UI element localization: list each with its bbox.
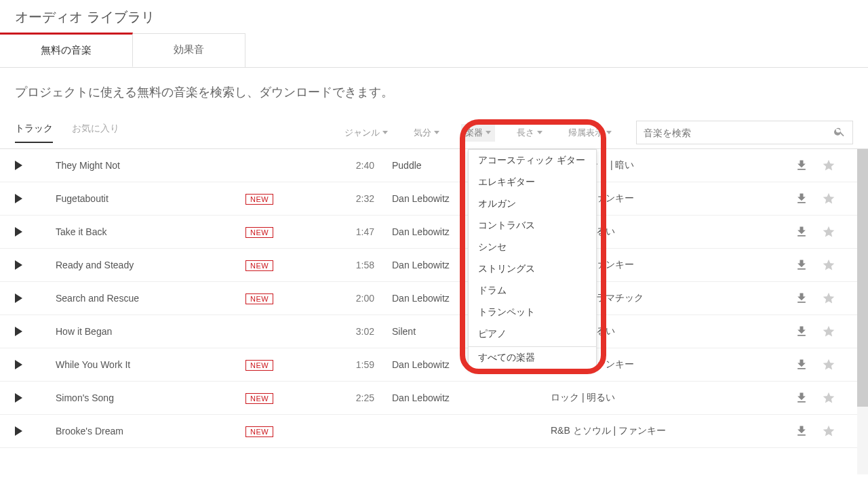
download-button[interactable] — [788, 358, 815, 371]
play-button[interactable] — [15, 293, 22, 303]
track-title: Simon's Song — [56, 392, 245, 403]
track-duration: 1:58 — [334, 260, 374, 270]
dropdown-item[interactable]: コントラバス — [469, 215, 596, 237]
main-tabs: 無料の音楽 効果音 — [0, 33, 868, 68]
chevron-down-icon — [486, 131, 491, 134]
favorite-button[interactable] — [815, 424, 842, 438]
table-row: Simon's SongNEW2:25Dan Lebowitzロック | 明るい — [0, 382, 857, 415]
filter-bar: ジャンル 気分 楽器 長さ 帰属表示 — [340, 124, 616, 142]
download-button[interactable] — [788, 258, 815, 272]
new-badge: NEW — [245, 194, 273, 205]
play-button[interactable] — [15, 161, 22, 170]
track-duration: 2:40 — [334, 160, 374, 171]
track-tags: R&B とソウル | ファンキー — [551, 425, 788, 437]
track-tags: ロック | 明るい — [551, 392, 788, 404]
tab-free-music[interactable]: 無料の音楽 — [0, 33, 133, 67]
track-title: Ready and Steady — [56, 260, 245, 270]
dropdown-item[interactable]: トランペット — [469, 302, 596, 323]
download-button[interactable] — [788, 424, 815, 438]
track-duration: 2:00 — [334, 293, 374, 304]
table-row: Brooke's DreamNEWR&B とソウル | ファンキー — [0, 415, 857, 448]
chevron-down-icon — [382, 131, 388, 134]
favorite-button[interactable] — [815, 225, 842, 239]
download-button[interactable] — [788, 225, 815, 239]
page-title: オーディオ ライブラリ — [0, 0, 868, 33]
filter-mood-label: 気分 — [414, 127, 431, 139]
play-button[interactable] — [15, 227, 22, 237]
toolbar: トラック お気に入り ジャンル 気分 楽器 長さ 帰属表示 — [0, 121, 868, 149]
scroll-thumb[interactable] — [857, 149, 868, 407]
dropdown-item[interactable]: エレキギター — [469, 171, 596, 193]
favorite-button[interactable] — [815, 258, 842, 272]
track-duration: 3:02 — [334, 326, 374, 337]
chevron-down-icon — [606, 131, 612, 134]
filter-mood[interactable]: 気分 — [410, 124, 443, 142]
filter-license-label: 帰属表示 — [568, 127, 604, 139]
tab-sound-effects[interactable]: 効果音 — [133, 33, 245, 67]
favorite-button[interactable] — [815, 291, 842, 305]
filter-instrument[interactable]: 楽器 — [461, 124, 495, 142]
new-badge: NEW — [245, 360, 273, 371]
filter-genre-label: ジャンル — [344, 127, 380, 139]
play-button[interactable] — [15, 327, 22, 336]
favorite-button[interactable] — [815, 325, 842, 338]
scrollbar[interactable] — [857, 149, 868, 474]
download-button[interactable] — [788, 291, 815, 305]
instrument-dropdown: アコースティック ギターエレキギターオルガンコントラバスシンセストリングスドラム… — [468, 149, 597, 369]
track-duration: 2:25 — [334, 392, 374, 403]
table-row: FugetaboutitNEW2:32Dan Lebowitzロック | ファン… — [0, 182, 857, 216]
play-button[interactable] — [15, 360, 22, 369]
chevron-down-icon — [537, 131, 542, 134]
intro-text: プロジェクトに使える無料の音楽を検索し、ダウンロードできます。 — [0, 68, 868, 121]
play-button[interactable] — [15, 194, 22, 203]
dropdown-item[interactable]: ストリングス — [469, 258, 596, 280]
track-title: While You Work It — [56, 359, 245, 370]
filter-genre[interactable]: ジャンル — [340, 124, 392, 142]
list-area: They Might Not2:40Puddleアンビエント | 暗いFuget… — [0, 149, 868, 474]
track-duration: 1:59 — [334, 359, 374, 370]
favorite-button[interactable] — [815, 358, 842, 371]
play-button[interactable] — [15, 393, 22, 403]
track-title: Search and Rescue — [56, 293, 245, 304]
search-box[interactable] — [636, 121, 853, 144]
sub-tab-favorites[interactable]: お気に入り — [72, 123, 119, 143]
filter-instrument-label: 楽器 — [465, 127, 483, 139]
track-title: Fugetaboutit — [56, 193, 245, 204]
dropdown-item[interactable]: オルガン — [469, 193, 596, 215]
favorite-button[interactable] — [815, 192, 842, 205]
track-duration: 1:47 — [334, 226, 374, 237]
new-badge: NEW — [245, 260, 273, 271]
track-artist: Dan Lebowitz — [374, 392, 551, 403]
play-button[interactable] — [15, 260, 22, 270]
search-icon — [833, 125, 846, 140]
table-row: Ready and SteadyNEW1:58Dan Lebowitzロック |… — [0, 249, 857, 282]
track-title: Take it Back — [56, 226, 245, 237]
dropdown-item[interactable]: ドラム — [469, 280, 596, 302]
dropdown-item[interactable]: ピアノ — [469, 323, 596, 345]
new-badge: NEW — [245, 426, 273, 437]
favorite-button[interactable] — [815, 159, 842, 172]
download-button[interactable] — [788, 192, 815, 205]
filter-length[interactable]: 長さ — [513, 124, 547, 142]
new-badge: NEW — [245, 227, 273, 238]
new-badge: NEW — [245, 293, 273, 304]
play-button[interactable] — [15, 426, 22, 436]
download-button[interactable] — [788, 325, 815, 338]
sub-tab-tracks[interactable]: トラック — [15, 123, 53, 143]
track-list: They Might Not2:40Puddleアンビエント | 暗いFuget… — [0, 149, 857, 474]
dropdown-item[interactable]: シンセ — [469, 237, 596, 258]
download-button[interactable] — [788, 159, 815, 172]
table-row: While You Work ItNEW1:59Dan Lebowitzロック … — [0, 348, 857, 382]
search-input[interactable] — [644, 127, 833, 138]
favorite-button[interactable] — [815, 391, 842, 405]
track-title: Brooke's Dream — [56, 426, 245, 436]
filter-license[interactable]: 帰属表示 — [564, 124, 616, 142]
dropdown-item[interactable]: アコースティック ギター — [469, 150, 596, 171]
table-row: How it Began3:02Silentポップ | 明るい — [0, 315, 857, 348]
dropdown-item-all[interactable]: すべての楽器 — [469, 346, 596, 369]
track-title: How it Began — [56, 326, 245, 337]
chevron-down-icon — [434, 131, 439, 134]
download-button[interactable] — [788, 391, 815, 405]
table-row: Take it BackNEW1:47Dan Lebowitzロック | 明るい — [0, 216, 857, 249]
track-title: They Might Not — [56, 160, 245, 171]
